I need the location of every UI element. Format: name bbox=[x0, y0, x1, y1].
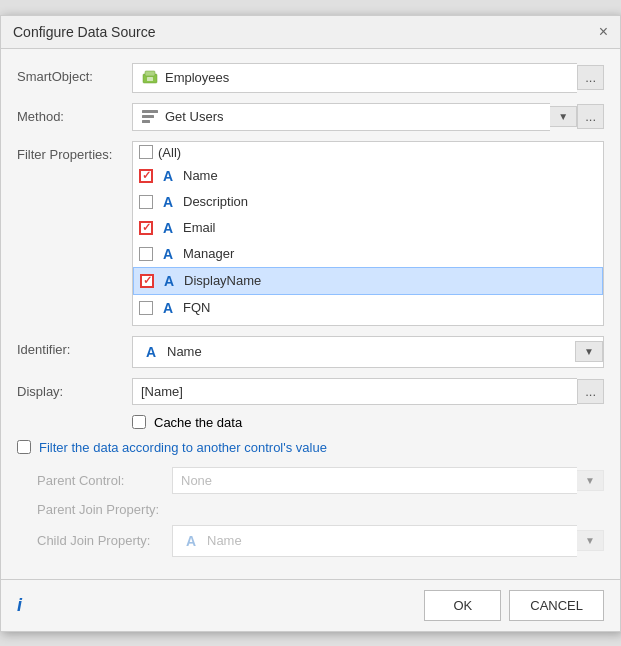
filter-item[interactable]: ADescription bbox=[133, 189, 603, 215]
identifier-value: Name bbox=[167, 344, 202, 359]
smartobject-icon bbox=[141, 69, 159, 87]
chevron-down-icon: ▼ bbox=[585, 535, 595, 546]
identifier-field[interactable]: A Name bbox=[133, 337, 575, 367]
a-type-icon: A bbox=[158, 244, 178, 264]
filter-item-checkbox[interactable] bbox=[140, 274, 154, 288]
parent-join-label: Parent Join Property: bbox=[17, 502, 172, 517]
filter-item-checkbox[interactable] bbox=[139, 169, 153, 183]
child-join-row: Child Join Property: A Name ▼ bbox=[17, 525, 604, 557]
filter-item-checkbox[interactable] bbox=[139, 145, 153, 159]
method-label: Method: bbox=[17, 103, 132, 124]
filter-item[interactable]: (All) bbox=[133, 142, 603, 163]
parent-control-field: None bbox=[172, 467, 577, 494]
filter-properties-label: Filter Properties: bbox=[17, 141, 132, 162]
configure-data-source-dialog: Configure Data Source × SmartObject: bbox=[0, 15, 621, 632]
child-join-control: A Name ▼ bbox=[172, 525, 604, 557]
a-type-icon: A bbox=[159, 271, 179, 291]
filter-properties-control: (All)ANameADescriptionAEmailAManagerADis… bbox=[132, 141, 604, 326]
smartobject-field[interactable]: Employees bbox=[132, 63, 577, 93]
smartobject-label: SmartObject: bbox=[17, 63, 132, 84]
dialog-title: Configure Data Source bbox=[13, 24, 155, 40]
svg-rect-5 bbox=[142, 120, 150, 123]
filter-item-checkbox[interactable] bbox=[139, 247, 153, 261]
filter-list[interactable]: (All)ANameADescriptionAEmailAManagerADis… bbox=[132, 141, 604, 326]
cancel-button[interactable]: CANCEL bbox=[509, 590, 604, 621]
child-join-field-group: A Name ▼ bbox=[172, 525, 604, 557]
chevron-down-icon: ▼ bbox=[584, 346, 594, 357]
filter-properties-row: Filter Properties: (All)ANameADescriptio… bbox=[17, 141, 604, 326]
info-icon: i bbox=[17, 595, 22, 616]
filter-item-text: (All) bbox=[158, 145, 181, 160]
svg-rect-2 bbox=[147, 77, 153, 81]
identifier-label: Identifier: bbox=[17, 336, 132, 357]
identifier-control: A Name ▼ bbox=[132, 336, 604, 368]
cache-checkbox[interactable] bbox=[132, 415, 146, 429]
parent-control-field-group: None ▼ bbox=[172, 467, 604, 494]
method-icon bbox=[141, 109, 159, 125]
child-join-a-icon: A bbox=[181, 531, 201, 551]
cache-row: Cache the data bbox=[132, 415, 604, 430]
filter-item-text: DisplayName bbox=[184, 273, 261, 288]
smartobject-field-group: Employees ... bbox=[132, 63, 604, 93]
smartobject-dots-button[interactable]: ... bbox=[577, 65, 604, 90]
footer-buttons: OK CANCEL bbox=[424, 590, 604, 621]
smartobject-control: Employees ... bbox=[132, 63, 604, 93]
filter-item-text: Description bbox=[183, 194, 248, 209]
filter-item[interactable]: AName bbox=[133, 163, 603, 189]
a-type-icon: A bbox=[158, 298, 178, 318]
method-row: Method: Get Users ▼ bbox=[17, 103, 604, 131]
filter-item[interactable]: AManager bbox=[133, 241, 603, 267]
filter-item-text: Name bbox=[183, 168, 218, 183]
child-join-chevron: ▼ bbox=[577, 530, 604, 551]
filter-item[interactable]: ADisplayName bbox=[133, 267, 603, 295]
child-join-label: Child Join Property: bbox=[17, 533, 172, 548]
a-type-icon: A bbox=[158, 166, 178, 186]
parent-control-chevron: ▼ bbox=[577, 470, 604, 491]
filter-item-checkbox[interactable] bbox=[139, 301, 153, 315]
filter-item-text: FQN bbox=[183, 300, 210, 315]
display-control: [Name] ... bbox=[132, 378, 604, 405]
parent-control-label: Parent Control: bbox=[17, 473, 172, 488]
parent-join-row: Parent Join Property: bbox=[17, 502, 604, 517]
identifier-row: Identifier: A Name ▼ bbox=[17, 336, 604, 368]
filter-item-text: Email bbox=[183, 220, 216, 235]
child-join-field: A Name bbox=[172, 525, 577, 557]
filter-data-checkbox[interactable] bbox=[17, 440, 31, 454]
parent-control-value: None bbox=[181, 473, 212, 488]
method-value: Get Users bbox=[165, 109, 224, 124]
method-control: Get Users ▼ ... bbox=[132, 103, 604, 131]
dialog-header: Configure Data Source × bbox=[1, 16, 620, 49]
close-button[interactable]: × bbox=[599, 24, 608, 40]
identifier-a-icon: A bbox=[141, 342, 161, 362]
dialog-body: SmartObject: Employees ... bbox=[1, 49, 620, 579]
chevron-down-icon: ▼ bbox=[585, 475, 595, 486]
a-type-icon: A bbox=[158, 192, 178, 212]
display-label: Display: bbox=[17, 378, 132, 399]
smartobject-row: SmartObject: Employees ... bbox=[17, 63, 604, 93]
parent-control-row: Parent Control: None ▼ bbox=[17, 467, 604, 494]
filter-item-checkbox[interactable] bbox=[139, 221, 153, 235]
display-dots-button[interactable]: ... bbox=[577, 379, 604, 404]
filter-item-checkbox[interactable] bbox=[139, 195, 153, 209]
display-row: Display: [Name] ... bbox=[17, 378, 604, 405]
display-field[interactable]: [Name] bbox=[132, 378, 577, 405]
filter-data-row: Filter the data according to another con… bbox=[17, 440, 604, 455]
smartobject-value: Employees bbox=[165, 70, 229, 85]
cache-label: Cache the data bbox=[154, 415, 242, 430]
svg-rect-1 bbox=[145, 71, 155, 76]
method-dots-button[interactable]: ... bbox=[577, 104, 604, 129]
filter-item[interactable]: AEmail bbox=[133, 215, 603, 241]
display-value: [Name] bbox=[141, 384, 183, 399]
filter-item-text: Manager bbox=[183, 246, 234, 261]
identifier-dropdown-button[interactable]: ▼ bbox=[575, 341, 603, 362]
dialog-footer: i OK CANCEL bbox=[1, 579, 620, 631]
identifier-field-group: A Name ▼ bbox=[132, 336, 604, 368]
svg-rect-3 bbox=[142, 110, 158, 113]
ok-button[interactable]: OK bbox=[424, 590, 501, 621]
parent-control-control: None ▼ bbox=[172, 467, 604, 494]
method-field[interactable]: Get Users bbox=[132, 103, 550, 131]
filter-item[interactable]: AUserName bbox=[133, 321, 603, 326]
method-dropdown-button[interactable]: ▼ bbox=[550, 106, 577, 127]
filter-item[interactable]: AFQN bbox=[133, 295, 603, 321]
chevron-down-icon: ▼ bbox=[558, 111, 568, 122]
